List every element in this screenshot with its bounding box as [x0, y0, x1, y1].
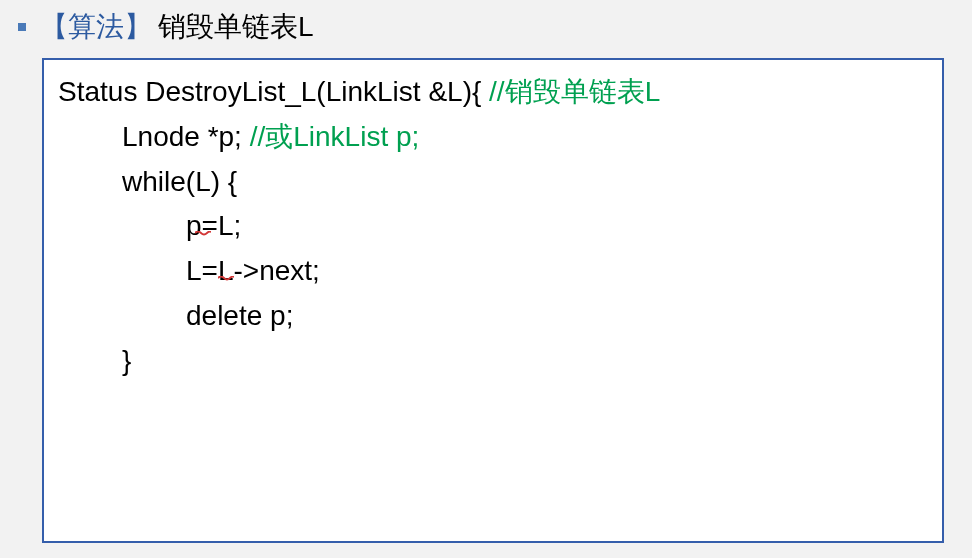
squiggle-inner: L [218, 210, 234, 241]
bullet-icon [18, 23, 26, 31]
code-text: L=L->next; [186, 255, 320, 286]
code-comment: //或LinkList p; [250, 121, 420, 152]
code-line-3: while(L) { [58, 160, 928, 205]
code-line-4: p=L; [58, 204, 928, 249]
code-text: Lnode *p; [122, 121, 250, 152]
code-line-1: Status DestroyList_L(LinkList &L){ //销毁单… [58, 70, 928, 115]
bracket-label: 【算法】 [40, 8, 152, 46]
code-line-6: delete p; [58, 294, 928, 339]
code-text: p= [186, 210, 218, 241]
squiggle-inner: L [195, 166, 211, 197]
code-line-5: L=L->next; [58, 249, 928, 294]
code-text: ) { [211, 166, 237, 197]
code-text: Status DestroyList_L(LinkList &L){ [58, 76, 489, 107]
squiggle-text: L [218, 204, 234, 249]
code-comment: //销毁单链表L [489, 76, 660, 107]
code-text: ; [234, 210, 242, 241]
code-block: Status DestroyList_L(LinkList &L){ //销毁单… [42, 58, 944, 543]
title-text: 销毁单链表L [158, 8, 314, 46]
squiggle-underline-icon [195, 205, 211, 208]
squiggle-text: L [195, 160, 211, 205]
code-text: while( [122, 166, 195, 197]
code-text: } [122, 345, 131, 376]
code-line-2: Lnode *p; //或LinkList p; [58, 115, 928, 160]
code-text: delete p; [186, 300, 293, 331]
code-line-7: } [58, 339, 928, 384]
heading-row: 【算法】 销毁单链表L [18, 8, 972, 46]
squiggle-underline-icon [218, 250, 234, 253]
